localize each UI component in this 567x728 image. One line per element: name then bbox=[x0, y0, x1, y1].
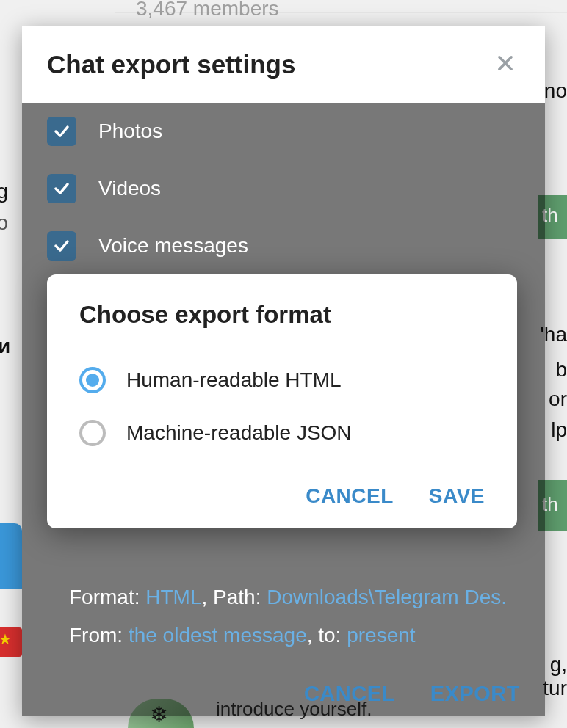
inner-cancel-button[interactable]: CANCEL bbox=[306, 484, 394, 508]
format-path-row: Format: HTML, Path: Downloads\Telegram D… bbox=[69, 578, 508, 616]
radio-html[interactable] bbox=[79, 367, 106, 393]
to-link[interactable]: present bbox=[347, 624, 415, 647]
export-button[interactable]: EXPORT bbox=[430, 682, 520, 706]
bg-fragment: ни bbox=[0, 335, 10, 358]
check-label: Voice messages bbox=[98, 234, 248, 258]
choose-format-modal: Choose export format Human-readable HTML… bbox=[47, 274, 517, 528]
bg-fragment: no bbox=[544, 79, 567, 103]
radio-json[interactable] bbox=[79, 420, 106, 446]
inner-modal-title: Choose export format bbox=[79, 301, 485, 329]
cancel-button[interactable]: CANCEL bbox=[304, 682, 395, 706]
radio-label: Human-readable HTML bbox=[126, 368, 342, 392]
check-photos-row[interactable]: Photos bbox=[47, 103, 520, 160]
path-link[interactable]: Downloads\Telegram Des... bbox=[267, 586, 508, 608]
checkbox-voice[interactable] bbox=[47, 231, 76, 261]
close-icon[interactable] bbox=[491, 48, 520, 81]
bg-fragment: or bbox=[549, 387, 567, 411]
bg-fragment bbox=[0, 523, 22, 589]
format-link[interactable]: HTML bbox=[145, 586, 201, 608]
radio-label: Machine-readable JSON bbox=[126, 421, 352, 445]
check-voice-row[interactable]: Voice messages bbox=[47, 217, 520, 274]
modal-header: Chat export settings bbox=[22, 26, 545, 103]
radio-json-row[interactable]: Machine-readable JSON bbox=[79, 407, 485, 459]
bg-fragment: lp bbox=[551, 418, 567, 442]
bg-fragment: b bbox=[555, 358, 567, 382]
checkbox-videos[interactable] bbox=[47, 174, 76, 203]
from-link[interactable]: the oldest message bbox=[129, 624, 307, 647]
inner-save-button[interactable]: SAVE bbox=[429, 484, 485, 508]
flag-icon bbox=[0, 627, 22, 657]
check-label: Photos bbox=[98, 120, 162, 143]
modal-title: Chat export settings bbox=[47, 50, 295, 79]
bg-fragment: oo bbox=[0, 211, 8, 235]
radio-html-row[interactable]: Human-readable HTML bbox=[79, 354, 485, 407]
check-videos-row[interactable]: Videos bbox=[47, 160, 520, 217]
bg-fragment: g, tur bbox=[543, 653, 567, 700]
bg-fragment: ng bbox=[0, 180, 8, 203]
check-label: Videos bbox=[98, 177, 161, 200]
range-row: From: the oldest message, to: present bbox=[69, 616, 508, 655]
checkbox-photos[interactable] bbox=[47, 117, 76, 146]
modal-footer: CANCEL EXPORT bbox=[304, 682, 520, 706]
members-count: 3,467 members bbox=[136, 0, 279, 21]
